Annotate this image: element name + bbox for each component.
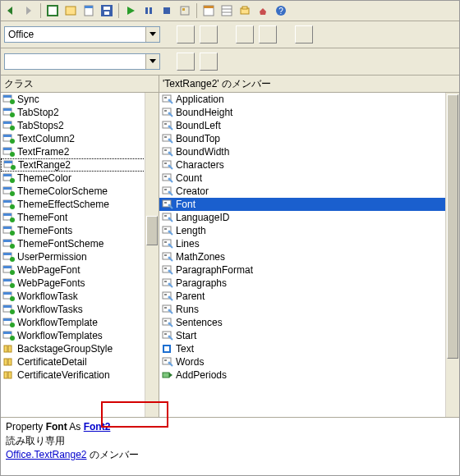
list-item[interactable]: Length xyxy=(159,224,446,237)
list-item[interactable]: Application xyxy=(159,93,446,106)
prop-icon xyxy=(161,304,174,315)
svg-rect-9 xyxy=(104,11,109,15)
module-icon[interactable] xyxy=(80,2,97,19)
svg-rect-3 xyxy=(48,7,57,15)
list-item[interactable]: MathZones xyxy=(159,250,446,263)
nav-forward-button[interactable] xyxy=(200,25,218,43)
stop-icon[interactable] xyxy=(159,2,175,19)
list-item[interactable]: BoundTop xyxy=(159,132,446,145)
list-item[interactable]: TextRange2 xyxy=(1,158,145,172)
members-list[interactable]: ApplicationBoundHeightBoundLeftBoundTopB… xyxy=(159,93,446,417)
svg-point-107 xyxy=(168,165,171,167)
list-item[interactable]: WorkflowTasks xyxy=(1,303,145,316)
project-explorer-icon[interactable] xyxy=(200,2,217,19)
list-item[interactable]: LanguageID xyxy=(159,211,446,224)
list-item-label: ParagraphFormat xyxy=(176,264,253,276)
forward-button[interactable] xyxy=(21,2,37,19)
scrollbar-thumb[interactable] xyxy=(447,94,458,359)
svg-rect-64 xyxy=(3,253,12,255)
list-item[interactable]: Sentences xyxy=(159,316,446,329)
list-item[interactable]: Words xyxy=(159,355,446,368)
list-item[interactable]: TabStops2 xyxy=(1,119,145,132)
save-icon[interactable] xyxy=(99,2,115,19)
list-item[interactable]: WebPageFont xyxy=(1,263,145,277)
list-item[interactable]: Lines xyxy=(159,237,446,250)
list-item[interactable]: Start xyxy=(159,329,446,342)
list-item[interactable]: Paragraphs xyxy=(159,277,446,290)
list-item[interactable]: ThemeFont xyxy=(1,211,145,224)
search-combo[interactable] xyxy=(4,53,160,70)
list-item[interactable]: Count xyxy=(159,172,446,185)
list-item[interactable]: Text xyxy=(159,342,446,355)
run-icon[interactable] xyxy=(122,2,139,19)
list-item[interactable]: BoundHeight xyxy=(159,106,446,119)
svg-rect-100 xyxy=(164,136,167,138)
chevron-down-icon[interactable] xyxy=(145,27,159,42)
list-item-label: Font xyxy=(176,199,196,210)
prop-icon xyxy=(161,212,174,223)
prop-icon xyxy=(161,199,174,210)
list-item[interactable]: ThemeEffectScheme xyxy=(1,198,145,211)
signature-type-link[interactable]: Font2 xyxy=(84,421,111,433)
properties-icon[interactable] xyxy=(218,2,235,19)
excel-icon[interactable] xyxy=(44,2,61,19)
list-item[interactable]: Creator xyxy=(159,185,446,198)
member-of-link[interactable]: Office.TextRange2 xyxy=(6,449,87,460)
list-item[interactable]: Sync xyxy=(1,93,145,106)
const-icon xyxy=(2,369,16,381)
list-item[interactable]: ThemeColorScheme xyxy=(1,185,145,198)
list-item[interactable]: Characters xyxy=(159,158,446,172)
list-item[interactable]: CertificateDetail xyxy=(1,355,145,368)
list-item[interactable]: AddPeriods xyxy=(159,368,446,382)
list-item[interactable]: ThemeFonts xyxy=(1,224,145,237)
list-item[interactable]: WorkflowTask xyxy=(1,290,145,303)
toolbox-icon[interactable] xyxy=(255,2,271,19)
list-item[interactable]: ParagraphFormat xyxy=(159,263,446,277)
svg-rect-11 xyxy=(145,7,148,14)
list-item[interactable]: CertificateVerification xyxy=(1,368,145,382)
copy-button[interactable] xyxy=(236,25,254,43)
class-icon xyxy=(2,185,16,197)
search-row xyxy=(1,48,459,76)
list-item[interactable]: BackstageGroupStyle xyxy=(1,342,145,355)
svg-point-41 xyxy=(10,152,15,157)
nav-back-button[interactable] xyxy=(177,25,195,43)
back-button[interactable] xyxy=(2,2,19,19)
library-combo[interactable]: Office xyxy=(4,26,160,43)
list-item[interactable]: Runs xyxy=(159,303,446,316)
list-item[interactable]: ThemeColor xyxy=(1,172,145,185)
list-item[interactable]: ThemeFontScheme xyxy=(1,237,145,250)
svg-rect-17 xyxy=(204,6,214,8)
list-item[interactable]: TextColumn2 xyxy=(1,132,145,145)
design-icon[interactable] xyxy=(177,2,193,19)
chevron-down-icon[interactable] xyxy=(145,54,159,69)
list-item[interactable]: WebPageFonts xyxy=(1,277,145,290)
object-browser-icon[interactable] xyxy=(237,2,253,19)
list-item[interactable]: Parent xyxy=(159,290,446,303)
list-item[interactable]: UserPermission xyxy=(1,250,145,263)
svg-point-98 xyxy=(168,126,171,128)
list-item[interactable]: BoundWidth xyxy=(159,145,446,158)
list-item[interactable]: TextFrame2 xyxy=(1,145,145,158)
help-icon[interactable]: ? xyxy=(273,2,289,19)
pause-icon[interactable] xyxy=(140,2,157,19)
list-item[interactable]: Font xyxy=(159,198,446,211)
list-item-label: WebPageFonts xyxy=(17,277,85,289)
list-item[interactable]: WorkflowTemplates xyxy=(1,329,145,342)
classes-scrollbar[interactable] xyxy=(145,93,159,417)
svg-point-65 xyxy=(10,257,15,262)
classes-list[interactable]: SyncTabStop2TabStops2TextColumn2TextFram… xyxy=(1,93,145,417)
signature-prefix: Property xyxy=(6,421,46,433)
scrollbar-thumb[interactable] xyxy=(146,216,158,245)
help-button[interactable] xyxy=(295,25,313,43)
list-item[interactable]: BoundLeft xyxy=(159,119,446,132)
show-search-results-button[interactable] xyxy=(200,53,218,71)
class-icon xyxy=(2,120,16,131)
view-definition-button[interactable] xyxy=(259,25,277,43)
search-button[interactable] xyxy=(177,53,195,71)
library-icon[interactable] xyxy=(62,2,79,19)
list-item[interactable]: WorkflowTemplate xyxy=(1,316,145,329)
members-scrollbar[interactable] xyxy=(445,93,459,417)
list-item[interactable]: TabStop2 xyxy=(1,106,145,119)
library-selector-row: Office xyxy=(1,21,459,48)
